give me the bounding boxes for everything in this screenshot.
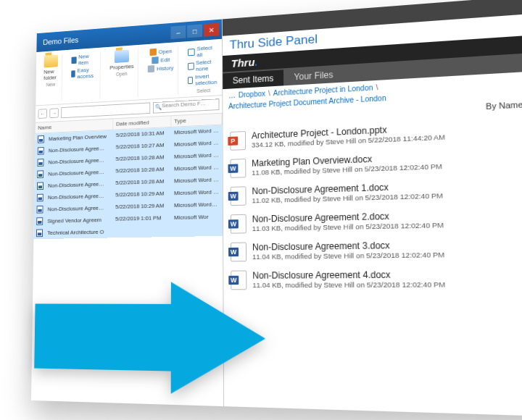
close-button[interactable]: ✕	[204, 23, 219, 37]
word-doc-icon	[36, 217, 43, 225]
easy-access-button[interactable]: Easy access	[71, 67, 96, 80]
open-button[interactable]: Open	[150, 47, 172, 56]
word-doc-icon	[36, 230, 43, 238]
word-icon	[231, 243, 246, 262]
history-button[interactable]: History	[148, 64, 173, 72]
new-item-button[interactable]: New item	[71, 53, 96, 67]
back-button[interactable]: ←	[38, 109, 46, 119]
word-doc-icon	[37, 159, 44, 167]
breadcrumb[interactable]	[61, 102, 150, 118]
edit-button[interactable]: Edit	[152, 56, 170, 64]
word-doc-icon	[38, 135, 44, 143]
panel-file-list: Architecture Project - London.pptx334.12…	[223, 113, 522, 417]
file-explorer-window: Demo Files – □ ✕ New folder New New item	[31, 19, 224, 406]
properties-button[interactable]: Properties	[109, 49, 134, 71]
word-doc-icon	[37, 194, 44, 202]
word-doc-icon	[37, 182, 44, 190]
word-icon	[231, 270, 246, 290]
list-item[interactable]: Non-Disclosure Agreement 4.docx11.04 KB,…	[228, 264, 522, 295]
thru-side-panel: Thru Side Panel Thru. Sent Items Your Fi…	[223, 0, 522, 416]
folder-icon	[44, 54, 59, 67]
window-title: Demo Files	[39, 35, 78, 46]
new-folder-button[interactable]: New folder	[44, 54, 58, 81]
powerpoint-icon	[230, 131, 246, 151]
word-doc-icon	[38, 147, 44, 155]
minimize-button[interactable]: –	[171, 25, 186, 39]
word-doc-icon	[37, 170, 44, 178]
select-all-button[interactable]: Select all	[188, 44, 219, 59]
select-none-button[interactable]: Select none	[188, 58, 219, 72]
forward-button[interactable]: →	[49, 108, 59, 118]
word-icon	[231, 214, 246, 234]
maximize-button[interactable]: □	[187, 24, 202, 38]
list-item[interactable]: Non-Disclosure Agreement 3.docx11.04 KB,…	[228, 233, 522, 266]
invert-selection-button[interactable]: Invert selection	[188, 72, 219, 87]
word-icon	[230, 159, 246, 178]
breadcrumb-ellipsis[interactable]: …	[228, 91, 236, 99]
breadcrumb-link[interactable]: Dropbox	[239, 90, 265, 99]
word-icon	[231, 186, 246, 206]
search-input[interactable]: Search Demo F…	[153, 98, 220, 114]
file-list: Marketing Plan Overview5/22/2018 10:31 A…	[31, 125, 223, 407]
properties-icon	[115, 50, 129, 63]
word-doc-icon	[37, 206, 44, 214]
